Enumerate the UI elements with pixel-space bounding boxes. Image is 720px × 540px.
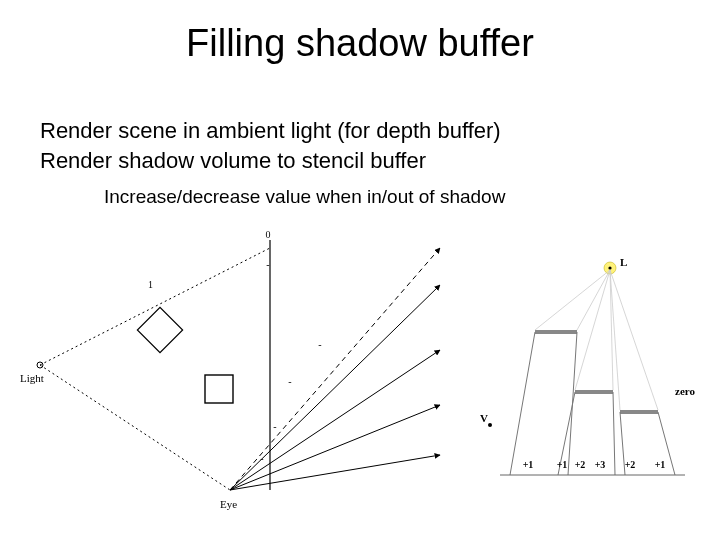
right-region-3: +3 (595, 459, 606, 470)
left-region-1: - (318, 339, 321, 350)
svg-line-25 (575, 270, 610, 390)
right-region-5: +1 (655, 459, 666, 470)
svg-line-24 (577, 270, 610, 330)
left-region-3: - (273, 421, 276, 432)
left-zero-label: 0 (266, 230, 271, 240)
svg-rect-10 (205, 375, 233, 403)
svg-line-3 (230, 350, 440, 490)
svg-rect-9 (137, 307, 182, 352)
body-line-2: Render shadow volume to stencil buffer (40, 148, 426, 174)
svg-line-7 (40, 365, 230, 490)
svg-rect-14 (535, 330, 577, 334)
left-light-label: Light (20, 372, 44, 384)
slide: Filling shadow buffer Render scene in am… (0, 0, 720, 540)
right-diagram: L V zero (480, 256, 695, 475)
left-region-0: - (266, 259, 269, 270)
svg-line-23 (535, 270, 610, 330)
svg-rect-15 (575, 390, 613, 394)
svg-point-13 (488, 423, 492, 427)
left-region-2: - (288, 376, 291, 387)
right-zero-label: zero (675, 385, 695, 397)
left-one-label: 1 (148, 279, 153, 290)
body-line-1: Render scene in ambient light (for depth… (40, 118, 501, 144)
left-eye-label: Eye (220, 498, 237, 510)
svg-line-4 (230, 405, 440, 490)
right-region-2: +2 (575, 459, 586, 470)
right-region-1: +1 (557, 459, 568, 470)
left-region-4: - (260, 453, 263, 464)
svg-line-17 (510, 332, 535, 475)
body-sub-line: Increase/decrease value when in/out of s… (104, 186, 505, 208)
diagrams-svg: 0 Light (20, 230, 700, 520)
right-V-label: V (480, 412, 488, 424)
svg-point-12 (608, 266, 611, 269)
right-region-0: +1 (523, 459, 534, 470)
left-diagram: 0 Light (20, 230, 440, 510)
diagram-area: 0 Light (20, 230, 700, 520)
svg-rect-16 (620, 410, 658, 414)
right-region-4: +2 (625, 459, 636, 470)
slide-title: Filling shadow buffer (0, 22, 720, 65)
svg-line-20 (613, 392, 615, 475)
svg-line-28 (610, 270, 658, 410)
right-L-label: L (620, 256, 627, 268)
